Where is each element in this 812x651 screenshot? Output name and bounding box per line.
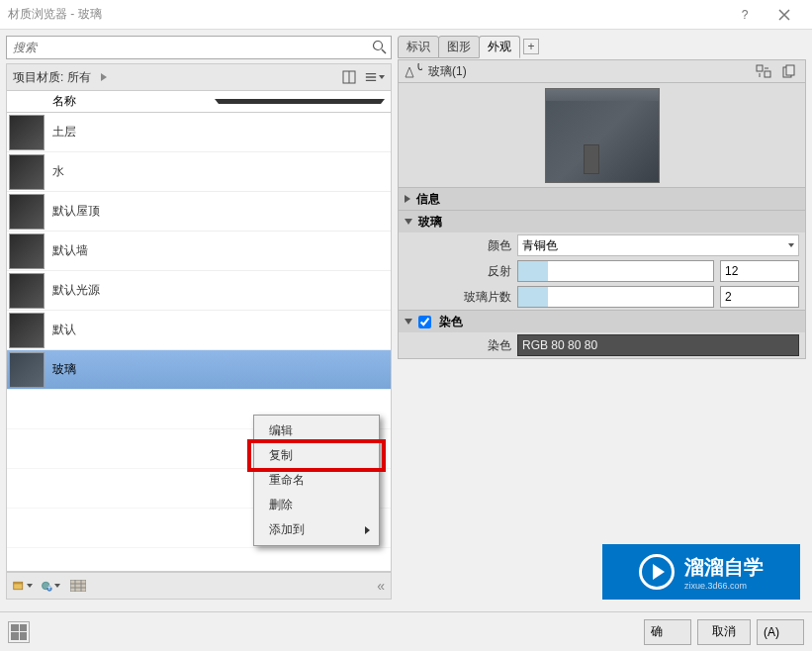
- window-title: 材质浏览器 - 玻璃: [8, 6, 725, 23]
- cancel-button[interactable]: 取消: [697, 619, 751, 645]
- triangle-down-icon: [405, 219, 412, 225]
- search-input[interactable]: [6, 36, 392, 59]
- dropdown-arrow-icon: [379, 75, 385, 79]
- filter-label[interactable]: 项目材质: 所有: [13, 69, 91, 86]
- replace-asset-button[interactable]: [754, 61, 773, 81]
- preview-area: [398, 83, 806, 188]
- svg-rect-8: [757, 65, 763, 71]
- list-item[interactable]: 土层: [7, 113, 391, 152]
- section-glass-header[interactable]: 玻璃: [399, 211, 805, 232]
- prop-color-select[interactable]: 青铜色: [517, 234, 799, 256]
- asset-icon: 0: [405, 63, 422, 79]
- prop-sheets-value[interactable]: 2: [720, 286, 799, 308]
- prop-sheets-slider[interactable]: [517, 286, 714, 308]
- library-button[interactable]: [68, 576, 88, 596]
- list-header[interactable]: 名称: [6, 91, 392, 113]
- material-swatch: [9, 233, 45, 269]
- svg-rect-11: [786, 65, 794, 75]
- menu-copy[interactable]: 复制: [257, 443, 376, 468]
- list-item-selected[interactable]: 玻璃: [7, 350, 391, 390]
- list-item[interactable]: 默认: [7, 311, 391, 350]
- view-grid-button[interactable]: [339, 67, 359, 87]
- view-list-button[interactable]: [365, 67, 385, 87]
- duplicate-asset-button[interactable]: [779, 61, 799, 81]
- list-item[interactable]: 水: [7, 152, 391, 192]
- material-swatch: [9, 115, 45, 150]
- prop-tint-value[interactable]: RGB 80 80 80: [517, 334, 799, 356]
- sort-arrow-icon: [215, 99, 385, 104]
- tab-appearance[interactable]: 外观: [479, 36, 520, 58]
- chevron-right-icon: [101, 73, 107, 81]
- tab-identity[interactable]: 标识: [398, 36, 439, 58]
- apply-button[interactable]: (A): [757, 619, 804, 645]
- menu-edit[interactable]: 编辑: [257, 418, 376, 443]
- svg-point-0: [374, 42, 383, 50]
- ok-button[interactable]: 确: [644, 619, 691, 645]
- column-name: 名称: [52, 93, 215, 110]
- help-button[interactable]: ?: [725, 0, 765, 30]
- menu-add-to[interactable]: 添加到: [257, 517, 376, 542]
- material-swatch: [9, 313, 45, 348]
- section-tint-header[interactable]: 染色: [399, 311, 805, 332]
- prop-tint-label: 染色: [405, 337, 511, 354]
- context-menu: 编辑 复制 重命名 删除 添加到: [253, 415, 380, 546]
- new-asset-button[interactable]: +: [41, 576, 60, 596]
- list-item[interactable]: 默认光源: [7, 271, 391, 311]
- material-swatch: [9, 273, 45, 309]
- tab-add-button[interactable]: +: [523, 39, 539, 54]
- watermark: 溜溜自学 zixue.3d66.com: [602, 544, 800, 600]
- prop-reflect-slider[interactable]: [517, 260, 714, 282]
- menu-delete[interactable]: 删除: [257, 493, 376, 517]
- close-button[interactable]: [765, 0, 804, 30]
- svg-rect-9: [765, 71, 770, 77]
- tint-checkbox[interactable]: [418, 316, 431, 328]
- section-info-header[interactable]: 信息: [399, 188, 805, 210]
- grid-view-button[interactable]: [8, 621, 30, 643]
- collapse-icon[interactable]: «: [377, 578, 385, 594]
- material-swatch: [9, 352, 45, 388]
- prop-sheets-label: 玻璃片数: [405, 289, 511, 306]
- material-swatch: [9, 194, 45, 230]
- dropdown-arrow-icon: [788, 243, 794, 247]
- new-material-button[interactable]: [13, 576, 33, 596]
- search-icon[interactable]: [372, 40, 388, 55]
- svg-text:+: +: [46, 583, 51, 593]
- prop-reflect-label: 反射: [405, 263, 511, 280]
- asset-name: 玻璃(1): [428, 63, 748, 80]
- prop-color-label: 颜色: [405, 237, 511, 254]
- prop-reflect-value[interactable]: 12: [720, 260, 799, 282]
- svg-rect-6: [70, 580, 86, 592]
- tab-graphics[interactable]: 图形: [438, 36, 480, 58]
- triangle-down-icon: [405, 319, 412, 325]
- menu-rename[interactable]: 重命名: [257, 468, 376, 493]
- play-icon: [639, 554, 675, 590]
- list-item[interactable]: 默认屋顶: [7, 192, 391, 232]
- submenu-arrow-icon: [365, 526, 370, 534]
- triangle-right-icon: [405, 195, 410, 203]
- preview-model: [545, 88, 660, 183]
- svg-text:0: 0: [417, 63, 422, 73]
- list-item[interactable]: 默认墙: [7, 232, 391, 271]
- material-swatch: [9, 154, 45, 190]
